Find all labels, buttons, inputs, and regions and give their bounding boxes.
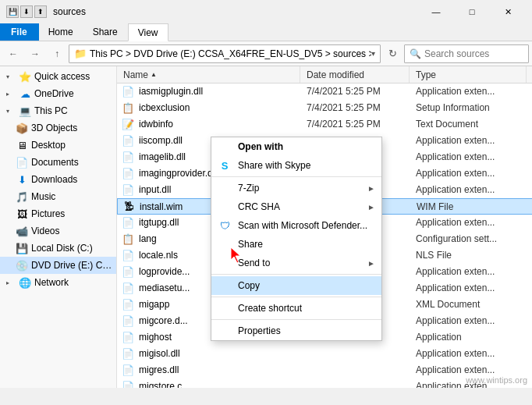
- ctx-separator-3: [211, 297, 381, 297]
- onedrive-expand: ▸: [6, 91, 16, 98]
- col-header-date[interactable]: Date modified: [300, 66, 410, 83]
- tab-view[interactable]: View: [128, 23, 168, 41]
- ctx-create-shortcut[interactable]: Create shortcut: [211, 299, 381, 318]
- this-pc-expand: ▾: [6, 108, 16, 115]
- sidebar-section: ▾ ⭐ Quick access ▸ ☁ OneDrive ▾ 💻 This P…: [0, 66, 116, 293]
- ribbon: File Home Share View: [0, 23, 532, 41]
- address-bar[interactable]: 📁 This PC > DVD Drive (E:) CCSA_X64FRE_E…: [69, 44, 381, 63]
- ctx-label-send-to: Send to: [238, 258, 361, 268]
- ctx-scan-defender[interactable]: 🛡 Scan with Microsoft Defender...: [211, 216, 381, 235]
- back-button[interactable]: ←: [3, 44, 23, 64]
- file-name: icbexclusion: [136, 102, 303, 113]
- file-name: migisol.dll: [136, 348, 303, 359]
- sidebar-label-network: Network: [34, 277, 69, 288]
- downloads-icon: ⬇: [16, 173, 28, 186]
- crc-sha-icon: [218, 200, 232, 214]
- ctx-label-crc-sha: CRC SHA: [238, 201, 361, 212]
- ctx-label-share-skype: Share with Skype: [238, 160, 375, 171]
- sidebar-item-music[interactable]: 🎵 Music: [0, 188, 116, 205]
- file-icon: 🗜: [121, 201, 137, 212]
- file-icon: 📄: [120, 135, 136, 147]
- defender-icon: 🛡: [218, 218, 232, 233]
- file-icon: 📄: [120, 282, 136, 294]
- sidebar-item-downloads[interactable]: ⬇ Downloads: [0, 171, 116, 188]
- refresh-button[interactable]: ↻: [382, 44, 403, 63]
- sidebar-item-quick-access[interactable]: ▾ ⭐ Quick access: [0, 68, 116, 85]
- maximize-button[interactable]: □: [454, 0, 490, 23]
- file-icon: 📄: [120, 299, 136, 311]
- file-icon: 📄: [120, 217, 136, 229]
- ctx-crc-sha[interactable]: CRC SHA ►: [211, 197, 381, 216]
- ctx-share-skype[interactable]: S Share with Skype: [211, 156, 381, 175]
- tab-home[interactable]: Home: [39, 23, 83, 41]
- ctx-properties[interactable]: Properties: [211, 322, 381, 340]
- file-row[interactable]: 📄 migisol.dll Application exten...: [117, 346, 532, 362]
- file-type: Application exten...: [413, 184, 530, 195]
- sidebar-item-local-disk-c[interactable]: 💾 Local Disk (C:): [0, 240, 116, 257]
- file-icon: 📋: [120, 233, 136, 245]
- sidebar-item-videos[interactable]: 📹 Videos: [0, 222, 116, 240]
- properties-icon: [218, 324, 232, 338]
- pictures-icon: 🖼: [16, 208, 28, 220]
- onedrive-icon: ☁: [19, 87, 31, 100]
- ctx-label-7zip: 7-Zip: [238, 183, 361, 194]
- file-icon: 📄: [120, 364, 136, 376]
- network-icon: 🌐: [19, 276, 31, 289]
- address-chevron[interactable]: ▾: [371, 49, 375, 58]
- sidebar-item-3d-objects[interactable]: 📦 3D Objects: [0, 119, 116, 137]
- quick-access-expand: ▾: [6, 73, 16, 80]
- address-text: This PC > DVD Drive (E:) CCSA_X64FRE_EN-…: [90, 48, 371, 59]
- documents-icon: 📄: [16, 156, 28, 169]
- file-icon: 📄: [120, 332, 136, 343]
- minimize-button[interactable]: —: [418, 0, 454, 23]
- title-icon-1: 💾: [6, 5, 19, 18]
- ribbon-tabs: File Home Share View: [0, 23, 532, 41]
- search-input[interactable]: [424, 48, 523, 59]
- ctx-label-properties: Properties: [238, 325, 375, 336]
- forward-button[interactable]: →: [25, 44, 45, 64]
- send-to-arrow: ►: [367, 259, 375, 268]
- sidebar-item-network[interactable]: ▸ 🌐 Network: [0, 274, 116, 291]
- file-icon: 📄: [120, 266, 136, 278]
- file-icon: 📄: [120, 86, 136, 98]
- ctx-copy[interactable]: Copy: [211, 276, 381, 295]
- videos-icon: 📹: [16, 225, 28, 237]
- 7zip-arrow: ►: [367, 184, 375, 193]
- file-type: XML Document: [413, 299, 530, 310]
- address-folder-icon: 📁: [74, 48, 87, 59]
- ctx-7zip[interactable]: 7-Zip ►: [211, 179, 381, 197]
- ctx-label-copy: Copy: [238, 280, 375, 291]
- file-type: Application exten...: [413, 266, 530, 277]
- tab-file[interactable]: File: [0, 23, 39, 41]
- tab-share[interactable]: Share: [83, 23, 128, 41]
- context-menu: Open with S Share with Skype 7-Zip ► CRC…: [211, 137, 382, 341]
- file-date: 7/4/2021 5:25 PM: [303, 119, 413, 130]
- ctx-share[interactable]: Share: [211, 235, 381, 254]
- skype-icon: S: [218, 158, 232, 172]
- col-header-type[interactable]: Type: [410, 66, 527, 83]
- sidebar-item-desktop[interactable]: 🖥 Desktop: [0, 137, 116, 154]
- sidebar-item-onedrive[interactable]: ▸ ☁ OneDrive: [0, 85, 116, 102]
- sidebar-label-this-pc: This PC: [34, 105, 68, 116]
- col-header-name[interactable]: Name ▲: [117, 66, 300, 83]
- close-button[interactable]: ✕: [490, 0, 526, 23]
- file-name: idwbinfo: [136, 119, 303, 130]
- title-icon-2: ⬇: [20, 5, 33, 18]
- ctx-open-with[interactable]: Open with: [211, 137, 381, 156]
- sidebar-item-dvd-drive-e[interactable]: 💿 DVD Drive (E:) CCSA: [0, 257, 116, 274]
- ctx-send-to[interactable]: Send to ►: [211, 254, 381, 272]
- sidebar-item-this-pc[interactable]: ▾ 💻 This PC: [0, 102, 116, 119]
- search-box[interactable]: 🔍: [404, 44, 529, 63]
- title-icon-3: ⬆: [34, 5, 47, 18]
- column-headers: Name ▲ Date modified Type Size: [117, 66, 532, 83]
- sidebar-label-3d-objects: 3D Objects: [31, 123, 77, 133]
- file-type: WIM File: [413, 201, 530, 212]
- sidebar-item-pictures[interactable]: 🖼 Pictures: [0, 205, 116, 222]
- sidebar-item-documents[interactable]: 📄 Documents: [0, 154, 116, 171]
- file-row[interactable]: 📄 iasmigplugin.dll 7/4/2021 5:25 PM Appl…: [117, 83, 532, 100]
- col-header-size[interactable]: Size: [527, 66, 532, 83]
- up-button[interactable]: ↑: [47, 44, 67, 64]
- file-type: Application exten...: [413, 282, 530, 293]
- file-row[interactable]: 📋 icbexclusion 7/4/2021 5:25 PM Setup In…: [117, 100, 532, 116]
- file-row[interactable]: 📝 idwbinfo 7/4/2021 5:25 PM Text Documen…: [117, 116, 532, 133]
